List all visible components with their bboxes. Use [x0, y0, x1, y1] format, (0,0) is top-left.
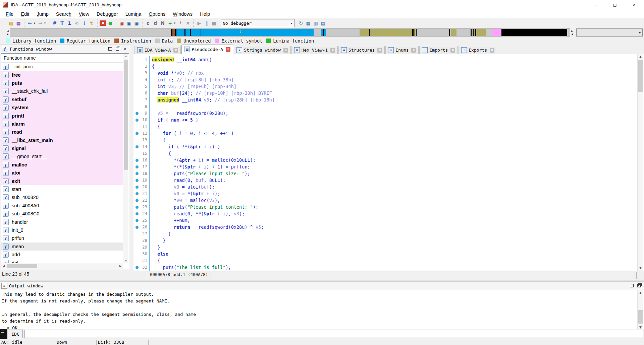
panel-maximize-icon[interactable] [628, 283, 635, 289]
navband-segment[interactable] [326, 29, 360, 36]
code-text[interactable]: unsigned __int64 add() [149, 56, 212, 63]
code-line-4[interactable]: 4 int i; // [rsp+8h] [rbp-38h] [133, 76, 644, 83]
code-text[interactable]: } [149, 237, 166, 244]
debug-stop-icon[interactable]: ■ [211, 20, 217, 26]
search-text-icon[interactable]: T [59, 20, 65, 26]
function-row-puts[interactable]: fputs [1, 79, 123, 87]
forward-history-caret[interactable]: ▾ [43, 20, 47, 26]
code-text[interactable]: puts("Please input size: "); [149, 170, 250, 177]
code-text[interactable]: char buf[24]; // [rsp+10h] [rbp-30h] BYR… [149, 90, 272, 96]
navband-segment[interactable] [492, 29, 501, 36]
code-line-11[interactable]: 11 { [133, 123, 644, 130]
function-row-sub_400820[interactable]: fsub_400820 [1, 193, 123, 201]
code-text[interactable]: for ( i = 0; i <= 4; ++i ) [149, 130, 234, 137]
scroll-up-icon[interactable]: ▲ [638, 290, 643, 295]
code-text[interactable]: { [149, 123, 160, 130]
code-line-10[interactable]: 10 if ( num <= 5 ) [133, 117, 644, 123]
menu-debugger[interactable]: Debugger [93, 10, 122, 18]
navband-segment[interactable] [314, 29, 321, 36]
tab-strings-window[interactable]: sStrings window× [234, 46, 291, 54]
output-log[interactable]: This may lead to drastic changes in the … [0, 290, 638, 330]
code-line-12[interactable]: 12 for ( i = 0; i <= 4; ++i ) [133, 130, 644, 137]
function-row-sub_4008A0[interactable]: fsub_4008A0 [1, 202, 123, 210]
scroll-up-icon[interactable]: ∧ [123, 54, 129, 59]
functions-vertical-scrollbar[interactable]: ∧ ∨ [123, 54, 129, 263]
tab-close-icon[interactable]: × [411, 48, 416, 53]
tab-structures[interactable]: AStructures× [338, 46, 385, 54]
toolbar-grip[interactable] [2, 20, 5, 26]
tab-enums[interactable]: ≡Enums× [385, 46, 419, 54]
pseudocode-view[interactable]: 1unsigned __int64 add()2{3 void **v0; //… [133, 54, 644, 271]
code-text[interactable] [149, 103, 152, 110]
tab-close-icon[interactable]: × [173, 48, 178, 53]
code-line-13[interactable]: 13 { [133, 137, 644, 143]
scroll-down-icon[interactable]: ∨ [123, 258, 129, 263]
code-text[interactable]: *(&ptr + i) = malloc(0x10uLL); [149, 157, 256, 163]
maximize-button[interactable]: □ [605, 0, 625, 9]
navband-segment[interactable] [10, 29, 171, 36]
tab-imports[interactable]: ↓Imports× [419, 46, 458, 54]
scroll-right-icon[interactable]: ▶ [118, 263, 123, 269]
function-row-malloc[interactable]: fmalloc [1, 161, 123, 169]
back-history-caret[interactable]: ▾ [33, 20, 36, 26]
open-file-icon[interactable]: ▨ [8, 20, 14, 26]
code-text[interactable]: else [149, 251, 168, 257]
navband-segment[interactable] [191, 29, 200, 36]
function-row-__libc_start_main[interactable]: f__libc_start_main [1, 136, 123, 144]
minimize-button[interactable]: – [586, 0, 605, 9]
tab-hex-view-1[interactable]: 0Hex View-1× [291, 46, 338, 54]
column-header-function-name[interactable]: Function name [1, 54, 129, 63]
menu-help[interactable]: Help [196, 10, 214, 18]
code-line-15[interactable]: 15 { [133, 150, 644, 157]
code-line-32[interactable]: 32 puts("The list is full"); [133, 264, 644, 271]
code-text[interactable]: *v0 = malloc(v3); [149, 197, 220, 204]
code-text[interactable]: v5 = __readfsqword(0x28u); [149, 110, 228, 117]
scroll-left-icon[interactable]: ◀ [1, 263, 6, 269]
panel-close-icon[interactable]: × [121, 46, 128, 52]
panel-float-icon[interactable] [114, 46, 121, 52]
code-text[interactable]: int v3; // [rsp+Ch] [rbp-34h] [149, 83, 236, 90]
function-row-printf[interactable]: fprintf [1, 112, 123, 120]
code-text[interactable]: read(0, buf, 8uLL); [149, 177, 225, 184]
code-line-19[interactable]: 19 read(0, buf, 8uLL); [133, 177, 644, 184]
navband-combobox[interactable]: ▾ [576, 28, 643, 37]
function-row-__gmon_start__[interactable]: f__gmon_start__ [1, 152, 123, 160]
cli-language-button[interactable]: IDC [8, 330, 23, 338]
function-row-free[interactable]: ffree [1, 71, 123, 79]
menu-file[interactable]: File [2, 10, 17, 18]
menu-windows[interactable]: Windows [169, 10, 196, 18]
code-text[interactable]: if ( !*(&ptr + i) ) [149, 143, 220, 150]
code-line-23[interactable]: 23 puts("Please input content: "); [133, 204, 644, 210]
code-text[interactable]: } [149, 244, 160, 251]
scroll-down-icon[interactable]: ▼ [638, 265, 643, 271]
debug-start-icon[interactable]: ▶ [196, 20, 203, 26]
navband-scroll-right[interactable]: ▶◀ [570, 29, 574, 36]
function-row-prffun[interactable]: fprffun [1, 234, 123, 242]
jump-address-icon[interactable]: ↓ [81, 20, 88, 26]
code-line-18[interactable]: 18 puts("Please input size: "); [133, 170, 644, 177]
search-immediate-icon[interactable]: # [51, 20, 58, 26]
code-text[interactable]: v0 = *(&ptr + i); [149, 190, 220, 197]
navband-segment[interactable] [176, 29, 184, 36]
function-row-alarm[interactable]: falarm [1, 120, 123, 128]
scrollbar-thumb[interactable] [638, 60, 643, 92]
function-row-mean[interactable]: fmean [1, 243, 123, 251]
tab-close-icon[interactable]: × [330, 48, 335, 53]
create-function-icon[interactable]: + [167, 20, 173, 26]
tab-exports[interactable]: ↑Exports× [459, 46, 497, 54]
code-line-17[interactable]: 17 *(*(&ptr + i) + 1) = prffun; [133, 163, 644, 170]
code-line-28[interactable]: 28 } [133, 237, 644, 244]
code-text[interactable]: v3 = atoi(buf); [149, 184, 215, 190]
scroll-up-icon[interactable]: ▲ [638, 54, 643, 59]
edit-function-icon[interactable]: * [177, 20, 184, 26]
scrollbar-thumb[interactable] [638, 310, 643, 324]
tab-close-icon[interactable]: × [226, 47, 230, 52]
code-text[interactable]: { [149, 150, 171, 157]
make-code-icon[interactable]: c [145, 20, 151, 26]
cli-input[interactable] [24, 330, 643, 338]
function-row-exit[interactable]: fexit [1, 177, 123, 185]
pseudocode-vertical-scrollbar[interactable]: ▲ ▼ [637, 54, 643, 271]
tab-close-icon[interactable]: × [377, 48, 382, 53]
modules-window-icon[interactable]: ▤ [320, 20, 326, 26]
panel-maximize-icon[interactable] [106, 46, 114, 52]
